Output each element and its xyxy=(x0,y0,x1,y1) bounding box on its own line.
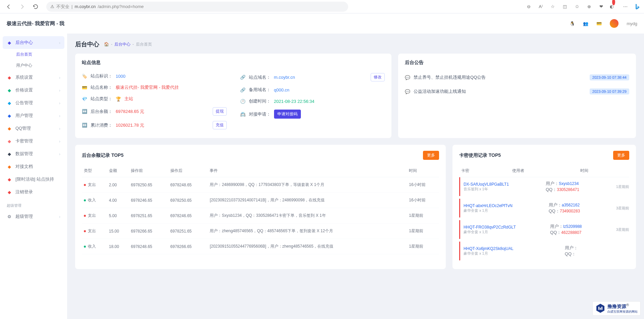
balance-card: 后台余额记录 TOP5 更多 类型金额操作前操作后事件时间 支出2.006978… xyxy=(75,145,446,269)
sidebar: ◆后台中心›后台首页用户中心◆系统设置›◆价格设置›◆公告管理›◆用户管理›◆Q… xyxy=(0,34,67,319)
action-button[interactable]: 充值 xyxy=(213,121,227,129)
sidebar-item-label: QQ管理 xyxy=(15,125,31,131)
sidebar-item-5[interactable]: ◆QQ管理› xyxy=(3,122,64,135)
table-row: 支出5.006978251.656978246.65用户：Sxysb1234，Q… xyxy=(82,208,439,224)
megaphone-icon: ◆ xyxy=(7,101,12,106)
action-button[interactable]: 提现 xyxy=(213,107,227,116)
siteinfo-row: 💎站点类型：🏆主站 xyxy=(82,93,227,105)
cards-card: 卡密使用记录 TOP5 更多 卡密使用者时间 DX-SAfUoqVL8PGaBL… xyxy=(452,145,636,269)
list-icon: ◆ xyxy=(7,151,12,156)
reload-icon[interactable] xyxy=(30,1,41,12)
row-icon: ↔️ xyxy=(82,109,87,114)
sidebar-item-label: 系统设置 xyxy=(15,74,33,80)
page-title: 后台中心 xyxy=(75,40,99,48)
app-topbar: 极速云代挂- 我爱官网 - 我 🐧 👥 💳 mydg xyxy=(0,13,644,34)
announce-item[interactable]: 💬禁止养号、禁止挂机违规用途QQ公告2023-09-10 07:38:44 xyxy=(405,70,629,84)
row-icon: ↔️ xyxy=(82,123,87,128)
favorite-icon[interactable]: ☆ xyxy=(549,3,556,10)
chevron-right-icon: › xyxy=(59,214,60,219)
submenu-home[interactable]: 后台首页 xyxy=(16,49,64,60)
table-row: 收入18.006978248.656978266.65[202309151055… xyxy=(82,239,439,254)
siteinfo-row: 🏷️站点标识：1000 xyxy=(82,70,227,82)
siteinfo-value: 1026021.78 元 xyxy=(116,122,144,128)
card-item: HHQT-abxHrLEOc2ePfTvN豪华全套 x 1月用户：a356216… xyxy=(459,199,629,217)
siteinfo-value: 主站 xyxy=(124,96,133,102)
site-info-card: 站点信息 🏷️站点标识：1000💳站点名称：极速云代挂- 我爱官网 - 我爱代挂… xyxy=(75,54,391,138)
performance-icon[interactable]: ❤ xyxy=(598,3,604,10)
warning-icon: ⚠ xyxy=(50,4,54,9)
chrome-actions: ⊖ A⁾ ☆ ◫ ✩ ⊕ ❤ ◐ ⋯ xyxy=(525,3,641,10)
url-host: m.coybr.cn xyxy=(74,4,96,9)
siteinfo-row: 🕐创建时间：2021-08-23 22:56:34 xyxy=(240,95,385,107)
sidebar-item-7[interactable]: ◆数据管理› xyxy=(3,147,64,160)
sidebar-item-0[interactable]: ◆后台中心› xyxy=(3,36,64,49)
logout-icon: ◆ xyxy=(7,190,12,195)
sidebar-item-8[interactable]: ◆对接文档 xyxy=(3,160,64,173)
penguin-icon[interactable]: 🐧 xyxy=(570,21,575,26)
sidebar-item-2[interactable]: ◆价格设置› xyxy=(3,84,64,97)
profile-icon[interactable]: ◐ xyxy=(610,3,616,10)
submenu-user[interactable]: 用户中心 xyxy=(16,60,64,71)
users-icon[interactable]: 👥 xyxy=(583,21,588,26)
row-icon: 🕐 xyxy=(240,99,246,104)
url-bar[interactable]: ⚠ 不安全 | m.coybr.cn/admin.php?mod=home xyxy=(46,2,348,12)
sidebar-super[interactable]: ⚙超级管理› xyxy=(3,210,64,223)
table-row: 支出2.006978250.656978248.65用户：2486990098，… xyxy=(82,177,439,193)
row-icon: 📇 xyxy=(240,112,246,117)
card-icon[interactable]: 💳 xyxy=(596,21,602,26)
siteinfo-value: m.coybr.cn xyxy=(274,75,295,80)
announce-item[interactable]: 💬公益活动加速功能上线通知2023-09-10 07:39:29 xyxy=(405,84,629,99)
card-item: HHQT-Xo6jmKQ2Sk8ojUAL豪华全套 x 1月用户：QQ： xyxy=(459,242,629,260)
zoom-out-icon[interactable]: ⊖ xyxy=(525,3,532,10)
crumb-link[interactable]: 后台中心 xyxy=(114,42,130,47)
cards-more-button[interactable]: 更多 xyxy=(613,151,629,160)
url-path: /admin.php?mod=home xyxy=(98,4,144,9)
chevron-right-icon: › xyxy=(59,101,60,106)
username[interactable]: mydg xyxy=(627,21,637,26)
row-icon: 💎 xyxy=(82,97,87,102)
cart-icon: ◆ xyxy=(7,88,12,93)
split-icon[interactable]: ◫ xyxy=(561,3,568,10)
sidebar-item-3[interactable]: ◆公告管理› xyxy=(3,97,64,109)
sidebar-item-1[interactable]: ◆系统设置› xyxy=(3,71,64,84)
chevron-right-icon: › xyxy=(59,139,60,144)
siteinfo-row: ↔️累计消费：1026021.78 元充值 xyxy=(82,118,227,132)
browser-chrome: ⚠ 不安全 | m.coybr.cn/admin.php?mod=home ⊖ … xyxy=(0,0,644,13)
sidebar-item-label: 注销登录 xyxy=(15,189,33,195)
card-item: DX-SAfUoqVL8PGaBLT1音乐签到 x 1年用户：Sxysb1234… xyxy=(459,177,629,196)
more-icon[interactable]: ⋯ xyxy=(622,3,629,10)
sidebar-item-label: [限时活动] 站点扶持 xyxy=(15,176,54,182)
sidebar-item-6[interactable]: ◆卡密管理› xyxy=(3,135,64,147)
back-icon[interactable] xyxy=(3,1,14,12)
siteinfo-value: 极速云代挂- 我爱官网 - 我爱代挂 xyxy=(116,84,179,90)
forward-icon[interactable] xyxy=(17,1,28,12)
bing-icon[interactable] xyxy=(634,3,641,10)
modify-button[interactable]: 修改 xyxy=(371,73,385,81)
balance-more-button[interactable]: 更多 xyxy=(423,151,439,160)
balance-table: 类型金额操作前操作后事件时间 支出2.006978250.656978248.6… xyxy=(82,165,439,254)
favorites-bar-icon[interactable]: ✩ xyxy=(574,3,580,10)
siteinfo-row: ↔️后台余额：6978248.65 元提现 xyxy=(82,105,227,118)
sidebar-item-10[interactable]: ◆注销登录 xyxy=(3,186,64,198)
read-aloud-icon[interactable]: A⁾ xyxy=(537,3,544,10)
collections-icon[interactable]: ⊕ xyxy=(586,3,592,10)
chat-icon: 💬 xyxy=(405,75,410,80)
chevron-right-icon: › xyxy=(59,113,60,118)
apply-button[interactable]: 申请对接码 xyxy=(274,110,301,119)
gear-icon: ⚙ xyxy=(7,214,12,219)
sidebar-item-4[interactable]: ◆用户管理› xyxy=(3,109,64,122)
trophy-icon: 🏆 xyxy=(116,97,121,102)
siteinfo-row: 📇对接申请：申请对接码 xyxy=(240,107,385,121)
section-label: 超级管理 xyxy=(3,198,64,210)
chevron-right-icon: › xyxy=(59,88,60,93)
siteinfo-row: 💳站点名称：极速云代挂- 我爱官网 - 我爱代挂 xyxy=(82,82,227,93)
breadcrumb: 🏠 - 后台中心 - 后台首页 xyxy=(104,42,152,47)
announce-title: 后台公告 xyxy=(405,60,629,66)
sidebar-item-9[interactable]: ◆[限时活动] 站点扶持 xyxy=(3,173,64,186)
avatar[interactable] xyxy=(610,19,619,28)
home-icon[interactable]: 🏠 xyxy=(104,42,109,47)
penguin-icon: ◆ xyxy=(7,126,12,131)
watermark: 撸撸资源® 白嫖互联网资源的网站 xyxy=(592,301,641,316)
brand: 极速云代挂- 我爱官网 - 我 xyxy=(7,20,65,27)
chat-icon: 💬 xyxy=(405,89,410,94)
